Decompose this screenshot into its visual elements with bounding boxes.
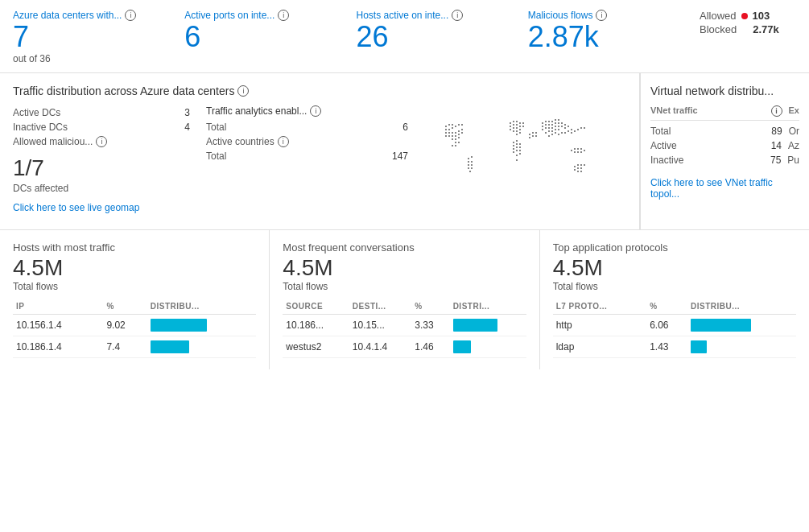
svg-rect-73 <box>532 135 534 137</box>
azure-dc-info-icon[interactable]: i <box>125 10 136 21</box>
malicious-flows-value: 2.87k <box>528 21 683 53</box>
active-ports-info-icon[interactable]: i <box>278 10 289 21</box>
hosts-active-title-text: Hosts active on inte... <box>357 10 449 21</box>
svg-rect-128 <box>574 169 576 171</box>
svg-rect-16 <box>448 135 450 137</box>
vnet-total-value: 89 <box>771 126 782 137</box>
svg-rect-48 <box>519 126 521 127</box>
vnet-info-icon[interactable]: i <box>771 105 782 117</box>
conversations-total: 4.5M <box>283 255 526 281</box>
geomap-link[interactable]: Click here to see live geomap <box>13 202 190 213</box>
conv-pct: 3.33 <box>411 314 449 336</box>
svg-rect-115 <box>584 127 585 129</box>
hosts-active-title[interactable]: Hosts active on inte... i <box>357 10 512 21</box>
hosts-col-dist: DISTRIBU... <box>147 299 256 315</box>
hosts-active-info-icon[interactable]: i <box>452 10 463 21</box>
vnet-dist-title: Virtual network distribu... <box>650 85 799 97</box>
vnet-link[interactable]: Click here to see VNet traffic topol... <box>650 177 799 200</box>
svg-rect-107 <box>561 132 563 134</box>
svg-rect-96 <box>561 126 563 127</box>
svg-rect-3 <box>445 129 447 130</box>
table-row: westus2 10.4.1.4 1.46 <box>283 336 526 357</box>
allowed-label: Allowed <box>700 10 737 22</box>
svg-rect-59 <box>519 143 521 145</box>
proto-pct: 6.06 <box>646 314 687 336</box>
blocked-row: Blocked 2.77k <box>700 23 796 35</box>
svg-rect-11 <box>452 132 453 134</box>
stat-allowed-malicious: Allowed maliciou... i <box>13 134 190 149</box>
svg-rect-75 <box>542 122 543 124</box>
svg-rect-68 <box>516 159 518 161</box>
proto-name: ldap <box>553 336 646 357</box>
proto-bar <box>691 340 707 353</box>
world-map-area <box>424 105 626 218</box>
table-row: 10.186... 10.15... 3.33 <box>283 314 526 336</box>
svg-rect-125 <box>577 164 579 166</box>
svg-rect-5 <box>452 127 453 129</box>
svg-rect-104 <box>551 134 553 135</box>
malicious-flows-title[interactable]: Malicious flows i <box>528 10 683 21</box>
stat-inactive-dcs-label: Inactive DCs <box>13 122 68 133</box>
svg-rect-31 <box>471 161 473 163</box>
svg-rect-41 <box>513 124 514 126</box>
host-bar <box>151 319 207 332</box>
stat-inactive-dcs: Inactive DCs 4 <box>13 120 190 134</box>
svg-rect-74 <box>535 135 537 137</box>
svg-rect-86 <box>558 122 559 124</box>
svg-rect-81 <box>542 126 543 127</box>
active-ports-title[interactable]: Active ports on inte... i <box>184 10 340 21</box>
svg-rect-67 <box>519 153 521 155</box>
allowed-value: 103 <box>753 10 770 22</box>
active-ports-value: 6 <box>184 21 340 53</box>
hosts-col-pct: % <box>103 299 147 315</box>
svg-rect-57 <box>513 145 514 146</box>
svg-rect-36 <box>469 171 471 172</box>
malicious-flows-info-icon[interactable]: i <box>596 10 607 21</box>
svg-rect-25 <box>458 142 460 143</box>
allowed-malicious-info-icon[interactable]: i <box>96 136 107 147</box>
svg-rect-98 <box>545 132 547 134</box>
svg-rect-85 <box>555 122 556 124</box>
svg-rect-15 <box>445 135 447 137</box>
proto-bar-cell <box>687 314 796 336</box>
analytics-countries-total-label: Total <box>206 151 226 162</box>
malicious-flows-title-text: Malicious flows <box>528 10 593 21</box>
svg-rect-132 <box>580 171 582 172</box>
svg-rect-88 <box>564 124 566 126</box>
vnet-stats: Total 89 Or Active 14 Az Inactive 75 Pu <box>650 124 799 167</box>
svg-rect-122 <box>577 151 579 153</box>
vnet-active-col2: Az <box>788 140 799 151</box>
conversations-block: Most frequent conversations 4.5M Total f… <box>270 230 539 369</box>
app-protocols-total-label: Total flows <box>553 281 796 292</box>
traffic-dist-panel: Traffic distribution across Azure data c… <box>0 73 640 229</box>
analytics-total-value: 6 <box>402 122 408 133</box>
allowed-dot <box>741 13 748 19</box>
hosts-active-value: 26 <box>357 21 512 53</box>
svg-rect-120 <box>584 150 585 151</box>
host-bar-cell <box>147 336 256 357</box>
svg-rect-35 <box>471 167 473 169</box>
conv-bar-cell <box>450 336 526 357</box>
svg-rect-63 <box>513 151 514 153</box>
dc-fraction-sub: DCs affected <box>13 183 190 194</box>
azure-dc-title[interactable]: Azure data centers with... i <box>13 10 168 21</box>
traffic-dist-info-icon[interactable]: i <box>237 85 249 97</box>
svg-rect-116 <box>571 150 572 151</box>
svg-rect-106 <box>558 134 559 135</box>
stat-active-dcs-label: Active DCs <box>13 107 60 118</box>
svg-rect-124 <box>574 166 576 167</box>
analytics-total-label: Total <box>206 122 226 133</box>
proto-col-dist: DISTRIBU... <box>687 299 796 315</box>
stat-active-dcs: Active DCs 3 <box>13 105 190 120</box>
svg-rect-84 <box>551 124 553 126</box>
conv-col-dist: DISTRI... <box>450 299 526 315</box>
active-ports-title-text: Active ports on inte... <box>184 10 274 21</box>
svg-rect-66 <box>516 155 518 156</box>
svg-rect-44 <box>522 122 524 124</box>
svg-rect-114 <box>580 127 582 129</box>
countries-info-icon[interactable]: i <box>278 136 289 147</box>
analytics-info-icon[interactable]: i <box>310 105 321 117</box>
svg-rect-64 <box>516 150 518 151</box>
svg-rect-43 <box>519 122 521 124</box>
svg-rect-38 <box>513 121 514 122</box>
